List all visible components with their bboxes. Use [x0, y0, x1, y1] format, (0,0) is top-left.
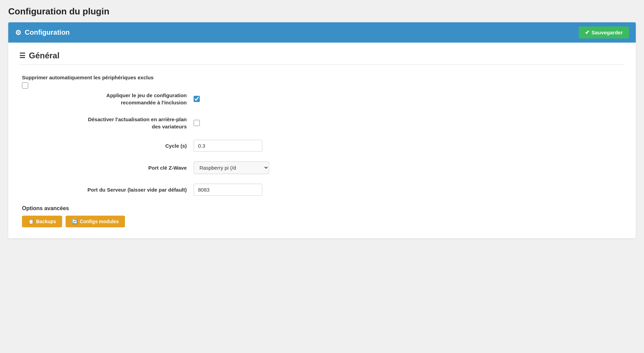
- plugin-config-card: ⚙ Configuration ✔ Sauvegarder ☰ Général …: [8, 22, 636, 238]
- gear-icon: ⚙: [15, 29, 21, 37]
- save-button-label: Sauvegarder: [591, 30, 623, 35]
- backups-icon: 📋: [28, 219, 34, 224]
- port-zwave-row: Port clé Z-Wave Raspberry pi (/d /dev/tt…: [22, 161, 622, 174]
- auto-delete-row: Supprimer automatiquement les périphériq…: [22, 75, 622, 90]
- configs-modules-button[interactable]: 🔄 Configs modules: [66, 216, 125, 227]
- apply-config-row: Appliquer le jeu de configuration recomm…: [22, 92, 622, 106]
- port-zwave-control: Raspberry pi (/d /dev/ttyAMA0 /dev/ttyUS…: [194, 161, 622, 174]
- disable-background-checkbox[interactable]: [194, 120, 200, 126]
- auto-delete-label: Supprimer automatiquement les périphériq…: [22, 75, 622, 80]
- port-server-control: [194, 184, 622, 196]
- page-title: Configuration du plugin: [8, 6, 636, 17]
- header-title-text: Configuration: [25, 29, 70, 36]
- general-title-text: Général: [29, 51, 59, 60]
- card-header-title: ⚙ Configuration: [15, 29, 70, 37]
- options-avancees-label: Options avancées: [22, 205, 622, 212]
- form-section: Supprimer automatiquement les périphériq…: [19, 75, 625, 227]
- apply-config-checkbox[interactable]: [194, 96, 200, 102]
- configs-modules-icon: 🔄: [72, 219, 78, 224]
- cycle-label: Cycle (s): [22, 142, 194, 149]
- disable-background-label-line2: des variateurs: [152, 124, 187, 129]
- backups-button[interactable]: 📋 Backups: [22, 216, 62, 227]
- disable-background-label-line1: Désactiver l'actualisation en arrière-pl…: [88, 116, 187, 122]
- port-zwave-label: Port clé Z-Wave: [22, 164, 194, 171]
- list-icon: ☰: [19, 52, 25, 60]
- port-server-row: Port du Serveur (laisser vide par défaul…: [22, 184, 622, 196]
- port-server-label: Port du Serveur (laisser vide par défaul…: [22, 186, 194, 193]
- card-header: ⚙ Configuration ✔ Sauvegarder: [8, 22, 636, 43]
- configs-modules-label: Configs modules: [80, 219, 119, 224]
- card-body: ☰ Général Supprimer automatiquement les …: [8, 43, 636, 238]
- advanced-buttons-row: 📋 Backups 🔄 Configs modules: [22, 216, 622, 227]
- disable-background-label: Désactiver l'actualisation en arrière-pl…: [22, 116, 194, 130]
- auto-delete-checkbox[interactable]: [22, 82, 28, 89]
- cycle-input[interactable]: [194, 140, 262, 152]
- save-button[interactable]: ✔ Sauvegarder: [579, 26, 629, 38]
- apply-config-label-line2: recommandée à l'inclusion: [121, 100, 187, 105]
- cycle-row: Cycle (s): [22, 140, 622, 152]
- apply-config-label: Appliquer le jeu de configuration recomm…: [22, 92, 194, 106]
- check-circle-icon: ✔: [585, 29, 589, 36]
- section-divider: [19, 65, 625, 65]
- cycle-control: [194, 140, 622, 152]
- port-zwave-select[interactable]: Raspberry pi (/d /dev/ttyAMA0 /dev/ttyUS…: [194, 161, 269, 174]
- apply-config-label-line1: Appliquer le jeu de configuration: [106, 92, 187, 98]
- disable-background-row: Désactiver l'actualisation en arrière-pl…: [22, 116, 622, 130]
- port-server-input[interactable]: [194, 184, 262, 196]
- apply-config-control: [194, 96, 622, 102]
- general-section-title: ☰ Général: [19, 51, 625, 60]
- backups-label: Backups: [36, 219, 56, 224]
- disable-background-control: [194, 120, 622, 126]
